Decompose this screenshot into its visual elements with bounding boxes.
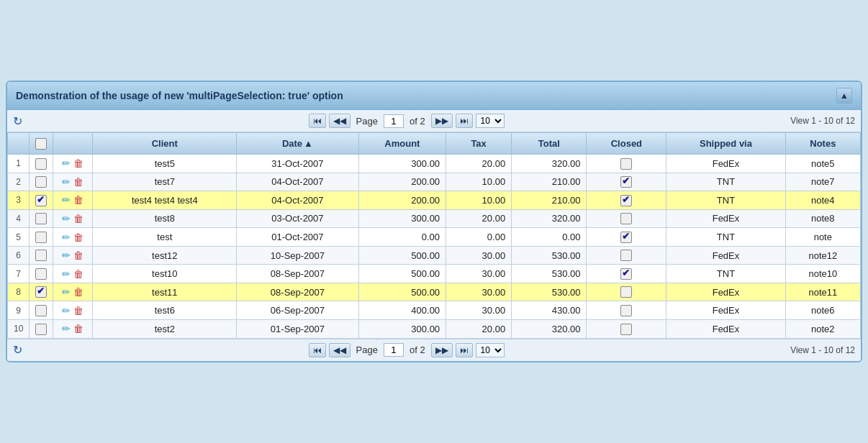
last-page-button-bottom[interactable]: ⏭ bbox=[456, 343, 473, 357]
closed-checkbox[interactable] bbox=[620, 286, 632, 298]
closed-checkbox[interactable] bbox=[620, 250, 632, 261]
cell-check[interactable] bbox=[30, 191, 53, 210]
col-notes[interactable]: Notes bbox=[785, 133, 860, 155]
row-checkbox[interactable] bbox=[35, 324, 47, 335]
delete-button[interactable]: 🗑 bbox=[73, 213, 83, 224]
refresh-button-top[interactable]: ↻ bbox=[13, 114, 22, 128]
col-total[interactable]: Total bbox=[512, 133, 587, 155]
cell-closed[interactable] bbox=[587, 246, 666, 265]
row-checkbox[interactable] bbox=[35, 176, 47, 188]
col-tax[interactable]: Tax bbox=[446, 133, 512, 155]
cell-actions: ✏🗑 bbox=[53, 320, 93, 339]
edit-button[interactable]: ✏ bbox=[62, 232, 71, 243]
prev-fast-button-bottom[interactable]: ◀◀ bbox=[329, 343, 351, 357]
cell-rownum: 10 bbox=[8, 320, 30, 339]
cell-check[interactable] bbox=[30, 246, 53, 265]
col-amount[interactable]: Amount bbox=[358, 133, 446, 155]
cell-date: 03-Oct-2007 bbox=[237, 209, 358, 228]
row-checkbox[interactable] bbox=[35, 268, 47, 280]
delete-button[interactable]: 🗑 bbox=[73, 286, 83, 298]
delete-button[interactable]: 🗑 bbox=[73, 323, 83, 334]
closed-checkbox[interactable] bbox=[620, 305, 632, 316]
cell-closed[interactable] bbox=[587, 209, 666, 228]
closed-checkbox[interactable] bbox=[620, 268, 632, 280]
closed-checkbox[interactable] bbox=[620, 232, 632, 243]
row-checkbox[interactable] bbox=[35, 158, 47, 170]
delete-button[interactable]: 🗑 bbox=[73, 157, 83, 169]
cell-total: 210.00 bbox=[512, 191, 587, 210]
col-check-all[interactable] bbox=[30, 133, 53, 155]
col-shipped[interactable]: Shipped via bbox=[666, 133, 785, 155]
cell-closed[interactable] bbox=[587, 301, 666, 320]
closed-checkbox[interactable] bbox=[620, 213, 632, 224]
row-checkbox[interactable] bbox=[35, 213, 47, 224]
page-size-select-bottom[interactable]: 5 10 20 50 bbox=[476, 343, 505, 357]
edit-button[interactable]: ✏ bbox=[62, 268, 71, 280]
cell-shipped: TNT bbox=[666, 265, 785, 283]
closed-checkbox[interactable] bbox=[620, 176, 632, 188]
cell-check[interactable] bbox=[30, 209, 53, 228]
collapse-button[interactable]: ▲ bbox=[836, 88, 852, 104]
refresh-button-bottom[interactable]: ↻ bbox=[13, 343, 22, 357]
table-row: 4✏🗑test803-Oct-2007300.0020.00320.00FedE… bbox=[8, 209, 861, 228]
edit-button[interactable]: ✏ bbox=[62, 323, 71, 334]
cell-notes: note6 bbox=[785, 301, 860, 320]
closed-checkbox[interactable] bbox=[620, 324, 632, 335]
delete-button[interactable]: 🗑 bbox=[73, 250, 83, 261]
row-checkbox[interactable] bbox=[35, 195, 47, 206]
cell-check[interactable] bbox=[30, 283, 53, 301]
page-of-top: of 2 bbox=[410, 116, 425, 127]
next-fast-button-bottom[interactable]: ▶▶ bbox=[431, 343, 453, 357]
row-checkbox[interactable] bbox=[35, 305, 47, 316]
next-fast-button-top[interactable]: ▶▶ bbox=[431, 114, 453, 128]
closed-checkbox[interactable] bbox=[620, 195, 632, 206]
cell-notes: note2 bbox=[785, 320, 860, 339]
page-size-select-top[interactable]: 5 10 20 50 bbox=[476, 114, 505, 128]
cell-closed[interactable] bbox=[587, 228, 666, 247]
cell-check[interactable] bbox=[30, 173, 53, 191]
delete-button[interactable]: 🗑 bbox=[73, 176, 83, 188]
page-input-bottom[interactable] bbox=[384, 343, 404, 357]
cell-notes: note bbox=[785, 228, 860, 247]
cell-total: 320.00 bbox=[512, 320, 587, 339]
col-date[interactable]: Date▲ bbox=[237, 133, 358, 155]
edit-button[interactable]: ✏ bbox=[62, 176, 71, 188]
check-all-checkbox[interactable] bbox=[35, 138, 47, 150]
edit-button[interactable]: ✏ bbox=[62, 250, 71, 261]
cell-closed[interactable] bbox=[587, 265, 666, 283]
first-page-button-bottom[interactable]: ⏮ bbox=[309, 343, 326, 357]
cell-check[interactable] bbox=[30, 154, 53, 173]
closed-checkbox[interactable] bbox=[620, 158, 632, 170]
edit-button[interactable]: ✏ bbox=[62, 194, 71, 206]
cell-shipped: FedEx bbox=[666, 154, 785, 173]
table-header-row: Client Date▲ Amount Tax Total Closed Shi… bbox=[8, 133, 861, 155]
cell-closed[interactable] bbox=[587, 173, 666, 191]
first-page-button-top[interactable]: ⏮ bbox=[309, 114, 326, 128]
page-input-top[interactable] bbox=[384, 114, 404, 128]
edit-button[interactable]: ✏ bbox=[62, 305, 71, 316]
cell-check[interactable] bbox=[30, 320, 53, 339]
cell-closed[interactable] bbox=[587, 191, 666, 210]
edit-button[interactable]: ✏ bbox=[62, 157, 71, 169]
view-info-top: View 1 - 10 of 12 bbox=[790, 116, 855, 126]
cell-check[interactable] bbox=[30, 228, 53, 247]
edit-button[interactable]: ✏ bbox=[62, 286, 71, 298]
delete-button[interactable]: 🗑 bbox=[73, 305, 83, 316]
last-page-button-top[interactable]: ⏭ bbox=[456, 114, 473, 128]
row-checkbox[interactable] bbox=[35, 250, 47, 261]
cell-closed[interactable] bbox=[587, 283, 666, 301]
row-checkbox[interactable] bbox=[35, 232, 47, 243]
cell-closed[interactable] bbox=[587, 320, 666, 339]
cell-closed[interactable] bbox=[587, 154, 666, 173]
cell-check[interactable] bbox=[30, 301, 53, 320]
delete-button[interactable]: 🗑 bbox=[73, 194, 83, 206]
cell-check[interactable] bbox=[30, 265, 53, 283]
row-checkbox[interactable] bbox=[35, 286, 47, 298]
title-bar: Demonstration of the usage of new 'multi… bbox=[7, 82, 861, 110]
delete-button[interactable]: 🗑 bbox=[73, 232, 83, 243]
delete-button[interactable]: 🗑 bbox=[73, 268, 83, 280]
prev-fast-button-top[interactable]: ◀◀ bbox=[329, 114, 351, 128]
col-closed[interactable]: Closed bbox=[587, 133, 666, 155]
col-client[interactable]: Client bbox=[93, 133, 237, 155]
edit-button[interactable]: ✏ bbox=[62, 213, 71, 224]
